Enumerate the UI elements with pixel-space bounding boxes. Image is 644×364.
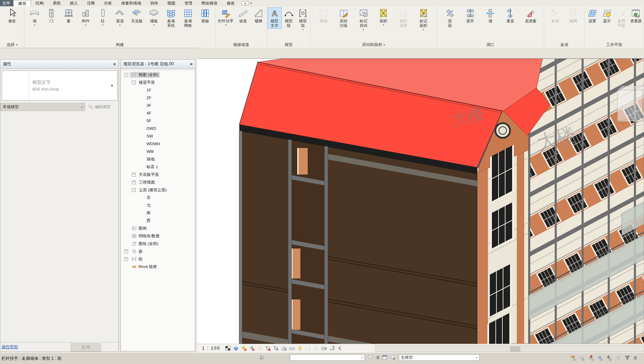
ribbon-button-modify-cursor[interactable]: 修改 [5, 7, 19, 24]
sun-path-off-icon[interactable] [241, 345, 247, 351]
render-dialog-icon[interactable] [257, 345, 263, 351]
ribbon-button-ramp[interactable]: 坡道 [236, 7, 250, 24]
collapse-icon[interactable]: − [132, 188, 136, 192]
crop-region-icon[interactable] [273, 345, 279, 351]
ribbon-button-roof[interactable]: 屋顶▾ [113, 7, 127, 27]
ribbon-button-vertical-opening[interactable]: 垂直 [503, 7, 517, 24]
ribbon-panel-label[interactable]: 楼梯坡道 [216, 42, 267, 48]
view-lock-icon[interactable] [281, 345, 287, 351]
menu-tab-8[interactable]: 协作 [146, 0, 163, 6]
active-design-option-select[interactable]: 主模型 ▾ [399, 354, 480, 361]
tree-item-21[interactable]: 图例 [121, 224, 194, 232]
menu-tab-11[interactable]: 附加模块 [197, 0, 222, 6]
expand-icon[interactable]: + [124, 250, 128, 253]
menu-tab-10[interactable]: 管理 [180, 0, 197, 6]
select-underlay-icon[interactable] [579, 355, 585, 361]
ribbon-button-floor[interactable]: 楼板▾ [147, 7, 161, 27]
tree-item-9[interactable]: SW [121, 132, 194, 140]
ribbon-button-railing[interactable]: 栏杆扶手▾ [217, 7, 234, 27]
menu-tab-6[interactable]: 分析 [99, 0, 117, 6]
tree-item-2[interactable]: −楼层平面 [121, 79, 194, 86]
category-filter-select[interactable]: 常规模型 ▾ [0, 103, 85, 111]
chevron-down-icon[interactable]: ▼ [110, 71, 117, 100]
ribbon-panel-label[interactable]: 构建 [24, 42, 215, 48]
tree-item-20[interactable]: 西 [121, 217, 194, 224]
close-icon[interactable]: × [190, 61, 193, 67]
view-scale-button[interactable]: 1 : 100 [202, 346, 220, 351]
type-selector[interactable]: 模型文字 600 mm Arial ▼ [2, 70, 118, 101]
drag-elements-icon[interactable] [606, 355, 613, 361]
tree-item-3[interactable]: 1F [121, 86, 194, 94]
tree-item-12[interactable]: 场地 [121, 155, 194, 163]
file-menu-button[interactable]: 文件 [0, 0, 13, 6]
menu-tab-2[interactable]: 结构 [31, 0, 48, 6]
ribbon-button-show-workplane[interactable]: 显示 [600, 7, 614, 24]
reveal-hidden-icon[interactable] [297, 345, 303, 351]
add-to-design-option-set-icon[interactable] [390, 354, 397, 361]
menu-tab-4[interactable]: 插入 [65, 0, 82, 6]
expand-icon[interactable]: + [124, 257, 128, 261]
ribbon-panel-label[interactable]: 选择▾ [0, 42, 24, 48]
detail-level-icon[interactable] [225, 345, 231, 351]
ribbon-button-wall-opening[interactable]: 墙 [483, 7, 497, 24]
menu-tab-7[interactable]: 体量和场地 [117, 0, 146, 6]
select-links-icon[interactable] [570, 355, 576, 361]
ribbon-button-component[interactable]: 构件▾ [79, 7, 93, 27]
tree-item-11[interactable]: WM [121, 148, 194, 155]
tree-item-18[interactable]: 北 [121, 201, 194, 209]
ribbon-button-curtain-system[interactable]: 幕墙系统 [164, 7, 178, 29]
tree-item-5[interactable]: 3F [121, 102, 194, 109]
ribbon-button-window[interactable]: 窗 [62, 7, 76, 24]
ribbon-button-curtain-grid[interactable]: 幕墙网格 [181, 7, 195, 29]
ribbon-button-set-workplane[interactable]: 设置 [585, 7, 599, 24]
editing-requests-icon[interactable] [367, 354, 374, 361]
tree-item-8[interactable]: DWD [121, 125, 194, 132]
shadows-off-icon[interactable] [249, 345, 255, 351]
tree-item-10[interactable]: WDWH [121, 140, 194, 148]
temporary-view-properties-icon[interactable] [305, 345, 311, 351]
tree-item-25[interactable]: +组 [121, 255, 194, 263]
collapse-icon[interactable]: − [124, 73, 128, 77]
ribbon-button-room-tag[interactable]: 1标记房间▾ [357, 7, 370, 31]
tree-item-19[interactable]: 南 [121, 209, 194, 217]
tree-item-4[interactable]: 2F [121, 94, 194, 102]
ribbon-button-room-separator[interactable]: 房间分隔 [337, 7, 351, 29]
ribbon-button-area[interactable]: 面积▾ [376, 7, 390, 27]
design-options-dialog-icon[interactable] [381, 354, 388, 361]
selection-filter-icon[interactable] [624, 355, 631, 361]
ribbon-button-model-group[interactable]: 模型组▾ [296, 7, 310, 31]
menu-tab-1[interactable]: 建筑 [13, 0, 31, 6]
menu-tab-5[interactable]: 注释 [82, 0, 99, 6]
background-processes-icon[interactable] [615, 355, 622, 361]
horizontal-scrollbar[interactable] [375, 346, 644, 352]
ribbon-panel-label[interactable]: 工作平面 [585, 42, 644, 48]
scrollbar-thumb[interactable] [510, 347, 520, 352]
ribbon-button-opening-by-face[interactable]: 按面 [443, 7, 457, 29]
tree-item-17[interactable]: 东 [121, 194, 194, 201]
crop-view-off-icon[interactable] [265, 345, 271, 351]
select-pinned-icon[interactable] [588, 355, 594, 361]
tree-item-15[interactable]: +三维视图 [121, 178, 194, 186]
project-browser-title-bar[interactable]: 项目浏览器 - 1号楼 定稿.00 × [121, 60, 195, 69]
expand-icon[interactable]: + [132, 180, 136, 184]
menu-tab-9[interactable]: 视图 [163, 0, 180, 6]
select-by-face-icon[interactable] [597, 355, 604, 361]
tree-item-23[interactable]: 图纸 (全部) [121, 240, 194, 247]
menu-tab-12[interactable]: 修改 [222, 0, 239, 6]
ribbon-button-stair[interactable]: 楼梯 [252, 7, 265, 24]
ribbon-panel-label[interactable]: 房间和面积▾ [310, 42, 436, 48]
tree-item-13[interactable]: 标高 1 [121, 163, 194, 171]
ribbon-panel-label[interactable]: 基准 [544, 42, 584, 48]
visual-style-icon[interactable] [233, 345, 239, 351]
tree-item-22[interactable]: 明细表/数量 [121, 232, 194, 240]
ribbon-button-wall[interactable]: 墙▾ [28, 7, 42, 27]
displacement-set-icon[interactable] [321, 345, 327, 351]
ribbon-button-model-text[interactable]: A模型文字 [268, 7, 282, 29]
ribbon-button-dormer-opening[interactable]: 老虎窗 [524, 7, 538, 24]
properties-help-link[interactable]: 属性帮助 [1, 344, 18, 350]
tree-item-14[interactable]: +天花板平面 [121, 171, 194, 178]
tree-item-24[interactable]: +族 [121, 247, 194, 255]
ribbon-button-viewer[interactable]: 查看器 [629, 7, 643, 24]
ribbon-button-door[interactable]: 门 [45, 7, 59, 24]
ribbon-button-area-tag[interactable]: 1标记面积▾ [417, 7, 430, 31]
